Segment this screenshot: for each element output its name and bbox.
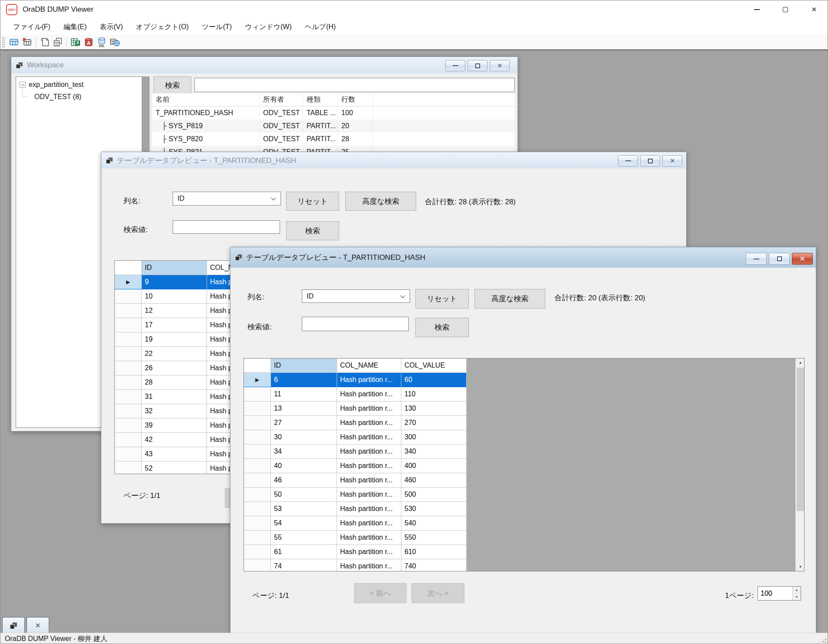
grid-row[interactable]: 55Hash partition r...550: [244, 531, 804, 545]
column-header-col-value[interactable]: COL_VALUE: [401, 359, 467, 373]
maximize-button[interactable]: [771, 0, 800, 19]
main-window: ODV OraDB DUMP Viewer ✕ ファイル(F) 編集(E) 表示…: [0, 0, 828, 644]
export-access-icon: A: [83, 37, 94, 47]
scroll-up-icon[interactable]: ▲: [796, 359, 805, 367]
preview2-titlebar[interactable]: テーブルデータプレビュー - T_PARTITIONED_HASH ✕: [230, 247, 816, 268]
column-header-count[interactable]: 行数: [338, 93, 373, 106]
preview2-advanced-search-button[interactable]: 高度な検索: [474, 289, 545, 309]
grid-row[interactable]: 53Hash partition r...530: [244, 502, 804, 516]
menu-file[interactable]: ファイル(F): [7, 19, 57, 35]
scrollbar-thumb[interactable]: [797, 368, 804, 511]
preview2-minimize-button[interactable]: [746, 253, 767, 265]
export-html-button[interactable]: [108, 36, 121, 49]
close-dump-button[interactable]: [20, 36, 33, 49]
cell-col-value: 110: [401, 387, 467, 402]
workspace-titlebar[interactable]: Workspace ✕: [11, 57, 518, 73]
open-dump-button[interactable]: [7, 36, 20, 49]
spinner-up-icon[interactable]: ▲: [793, 587, 801, 594]
menu-window[interactable]: ウィンドウ(W): [238, 19, 298, 35]
cell-col-name: Hash partition r...: [337, 531, 401, 545]
grid-row[interactable]: 74Hash partition r...740: [244, 559, 804, 571]
minimized-window-close-button[interactable]: ✕: [27, 617, 49, 633]
grid-row[interactable]: 50Hash partition r...500: [244, 488, 804, 502]
preview2-next-page-button[interactable]: 次へ >: [411, 583, 464, 603]
minimize-button[interactable]: [742, 0, 771, 19]
column-header-name[interactable]: 名前: [152, 93, 260, 106]
menu-help[interactable]: ヘルプ(H): [298, 19, 342, 35]
preview1-close-button[interactable]: ✕: [662, 155, 682, 166]
grid-row[interactable]: 61Hash partition r...610: [244, 545, 804, 559]
workspace-close-button[interactable]: ✕: [490, 60, 510, 71]
grid-row[interactable]: 34Hash partition r...340: [244, 445, 804, 459]
menu-object[interactable]: オブジェクト(O): [130, 19, 195, 35]
grid-vertical-scrollbar[interactable]: ▲ ▼: [795, 359, 805, 571]
menu-tools[interactable]: ツール(T): [195, 19, 238, 35]
grid-row[interactable]: 54Hash partition r...540: [244, 516, 804, 531]
preview2-close-button[interactable]: ✕: [792, 253, 813, 265]
toolbar-grip[interactable]: [2, 37, 5, 47]
table-row[interactable]: ├ SYS_P820 ODV_TEST PARTIT... 28: [152, 133, 515, 146]
close-icon: ✕: [811, 6, 817, 13]
preview1-search-input[interactable]: [173, 220, 280, 234]
resize-grip[interactable]: [821, 637, 827, 643]
tree-node-child[interactable]: ODV_TEST (8): [16, 91, 142, 103]
minimized-window-titlebar[interactable]: [2, 617, 25, 633]
preview2-column-select[interactable]: ID: [302, 289, 410, 303]
preview2-reset-button[interactable]: リセット: [415, 289, 469, 309]
table-row[interactable]: ├ SYS_P819 ODV_TEST PARTIT... 20: [152, 120, 515, 133]
column-header-col-name[interactable]: COL_NAME: [337, 359, 401, 373]
preview2-search-input[interactable]: [302, 317, 409, 331]
script-button[interactable]: [38, 36, 51, 49]
column-header-owner[interactable]: 所有者: [260, 93, 303, 106]
menu-edit[interactable]: 編集(E): [57, 19, 93, 35]
preview2-search-button[interactable]: 検索: [415, 318, 469, 337]
grid-row[interactable]: 30Hash partition r...300: [244, 430, 804, 445]
preview1-advanced-search-button[interactable]: 高度な検索: [345, 192, 416, 211]
grid-row[interactable]: 40Hash partition r...400: [244, 459, 804, 473]
cell-type: PARTIT...: [303, 133, 338, 146]
table-header-row: 名前 所有者 種類 行数: [152, 93, 515, 106]
tree-node-root[interactable]: exp_partition_test: [16, 79, 142, 91]
preview1-column-select[interactable]: ID: [173, 192, 281, 206]
grid-row[interactable]: 46Hash partition r...460: [244, 473, 804, 488]
grid-row[interactable]: 27Hash partition r...270: [244, 416, 804, 430]
spinner-down-icon[interactable]: ▼: [793, 594, 801, 600]
preview2-prev-page-button[interactable]: < 前へ: [354, 583, 407, 603]
grid-row[interactable]: ▶ 6 Hash partition r... 60: [244, 373, 804, 387]
export-access-button[interactable]: A: [82, 36, 95, 49]
preview1-search-button[interactable]: 検索: [286, 221, 339, 240]
cell-id: 46: [271, 473, 337, 488]
collapse-icon[interactable]: [20, 82, 26, 88]
cell-id: 52: [142, 461, 207, 474]
minimize-icon: [625, 160, 631, 161]
cell-col-name: Hash partition r...: [337, 559, 401, 571]
grid-row[interactable]: 13Hash partition r...130: [244, 402, 804, 416]
app-titlebar[interactable]: ODV OraDB DUMP Viewer ✕: [0, 0, 828, 19]
workspace-search-button[interactable]: 検索: [154, 76, 191, 94]
cell-col-name: Hash partition r...: [337, 473, 401, 488]
preview1-minimize-button[interactable]: [618, 155, 638, 166]
workspace-maximize-button[interactable]: [467, 60, 487, 71]
script-icon: [40, 37, 50, 47]
copy-table-button[interactable]: [51, 36, 64, 49]
column-header-id[interactable]: ID: [142, 261, 207, 275]
workspace-search-input[interactable]: [194, 78, 515, 92]
per-page-input[interactable]: [758, 587, 792, 600]
column-header-id[interactable]: ID: [271, 359, 337, 373]
preview1-maximize-button[interactable]: [640, 155, 660, 166]
menu-view[interactable]: 表示(V): [93, 19, 129, 35]
workspace-minimize-button[interactable]: [445, 60, 465, 71]
close-button[interactable]: ✕: [800, 0, 828, 19]
preview2-page-indicator: ページ: 1/1: [252, 591, 289, 601]
preview1-titlebar[interactable]: テーブルデータプレビュー - T_PARTITIONED_HASH ✕: [101, 152, 686, 169]
export-excel-button[interactable]: X: [69, 36, 82, 49]
preview1-reset-button[interactable]: リセット: [286, 192, 339, 211]
preview2-maximize-button[interactable]: [769, 253, 790, 265]
table-row[interactable]: T_PARTITIONED_HASH ODV_TEST TABLE ... 10…: [152, 106, 515, 120]
export-sql-button[interactable]: SQL: [95, 36, 108, 49]
scroll-down-icon[interactable]: ▼: [796, 563, 805, 571]
column-header-type[interactable]: 種類: [303, 93, 338, 106]
column-name-label: 列名:: [247, 292, 264, 302]
grid-row[interactable]: 11Hash partition r...110: [244, 387, 804, 402]
cell-id: 30: [271, 430, 337, 445]
